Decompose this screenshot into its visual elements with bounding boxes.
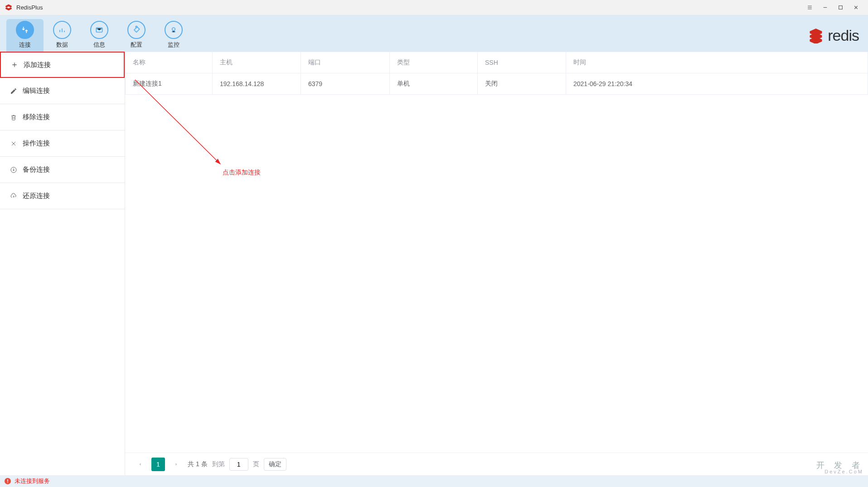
trash-icon: [10, 114, 17, 121]
menu-button[interactable]: [802, 1, 817, 14]
sidebar-item-label: 还原连接: [23, 192, 50, 200]
upload-icon: [10, 193, 17, 200]
pagination: 1 共 1 条 到第 页 确定: [125, 453, 868, 475]
connect-icon: [16, 21, 34, 39]
table-header-row: 名称 主机 端口 类型 SSH 时间: [126, 52, 868, 73]
toolbar-data[interactable]: 数据: [44, 19, 81, 52]
col-host[interactable]: 主机: [213, 52, 301, 73]
toolbar-label: 监控: [168, 41, 179, 49]
sidebar-item-label: 添加连接: [24, 61, 51, 69]
sidebar-backup-connection[interactable]: 备份连接: [0, 157, 125, 183]
toolbar-info[interactable]: 信息: [81, 19, 118, 52]
page-input[interactable]: [229, 458, 248, 471]
sidebar-item-label: 编辑连接: [23, 87, 50, 95]
col-time[interactable]: 时间: [566, 52, 868, 73]
toolbar-connect[interactable]: 连接: [6, 19, 44, 52]
page-current[interactable]: 1: [151, 458, 165, 471]
toolbar: 连接 数据 信息 配置 监控 redis: [0, 15, 868, 52]
config-icon: [127, 21, 145, 39]
app-icon: [5, 4, 13, 12]
cell-type: 单机: [390, 73, 478, 95]
page-total: 共 1 条: [188, 460, 208, 468]
toolbar-label: 信息: [93, 41, 105, 49]
status-text: 未连接到服务: [15, 477, 50, 485]
page-confirm[interactable]: 确定: [264, 458, 286, 471]
col-ssh[interactable]: SSH: [478, 52, 566, 73]
toolbar-label: 数据: [56, 41, 68, 49]
annotation-text: 点击添加连接: [223, 169, 261, 177]
data-icon: [53, 21, 71, 39]
sidebar-add-connection[interactable]: 添加连接: [0, 52, 125, 78]
close-button[interactable]: [848, 1, 863, 14]
brand-text: redis: [828, 27, 859, 44]
sidebar-remove-connection[interactable]: 移除连接: [0, 104, 125, 130]
cell-time: 2021-06-29 21:20:34: [566, 73, 868, 95]
download-icon: [10, 166, 17, 174]
cell-ssh: 关闭: [478, 73, 566, 95]
page-prev[interactable]: [133, 458, 147, 471]
minimize-button[interactable]: [817, 1, 833, 14]
svg-point-2: [172, 28, 175, 31]
redis-logo-icon: [807, 27, 825, 43]
sidebar-item-label: 移除连接: [23, 113, 50, 121]
sidebar-edit-connection[interactable]: 编辑连接: [0, 78, 125, 104]
toolbar-label: 连接: [19, 41, 31, 49]
sidebar-operate-connection[interactable]: 操作连接: [0, 130, 125, 157]
toolbar-monitor[interactable]: 监控: [155, 19, 192, 52]
info-icon: [90, 21, 108, 39]
titlebar: RedisPlus: [0, 0, 868, 15]
toolbar-label: 配置: [131, 41, 142, 49]
app-title: RedisPlus: [16, 4, 43, 11]
sidebar: 添加连接 编辑连接 移除连接 操作连接 备份连接 还原连接: [0, 52, 125, 475]
col-port[interactable]: 端口: [301, 52, 390, 73]
status-error-icon: !: [5, 478, 11, 484]
connections-table: 名称 主机 端口 类型 SSH 时间 新建连接1 192.168.14.128 …: [125, 52, 868, 95]
page-goto-label: 到第: [212, 460, 225, 468]
sidebar-restore-connection[interactable]: 还原连接: [0, 183, 125, 209]
page-unit: 页: [253, 460, 259, 468]
page-next[interactable]: [170, 458, 183, 471]
plus-icon: [11, 61, 18, 68]
maximize-button[interactable]: [833, 1, 848, 14]
col-name[interactable]: 名称: [126, 52, 213, 73]
toolbar-config[interactable]: 配置: [118, 19, 155, 52]
table-row[interactable]: 新建连接1 192.168.14.128 6379 单机 关闭 2021-06-…: [126, 73, 868, 95]
monitor-icon: [165, 21, 183, 39]
cell-port: 6379: [301, 73, 390, 95]
col-type[interactable]: 类型: [390, 52, 478, 73]
watermark: 开 发 者 DevZe.CoM: [816, 460, 863, 474]
brand-logo: redis: [807, 27, 859, 44]
cell-host: 192.168.14.128: [213, 73, 301, 95]
tools-icon: [10, 140, 17, 147]
pencil-icon: [10, 87, 17, 95]
cell-name: 新建连接1: [126, 73, 213, 95]
sidebar-item-label: 备份连接: [23, 165, 50, 174]
svg-rect-0: [839, 6, 842, 10]
main-panel: 名称 主机 端口 类型 SSH 时间 新建连接1 192.168.14.128 …: [125, 52, 868, 475]
statusbar: ! 未连接到服务: [0, 475, 868, 487]
sidebar-item-label: 操作连接: [23, 139, 50, 148]
